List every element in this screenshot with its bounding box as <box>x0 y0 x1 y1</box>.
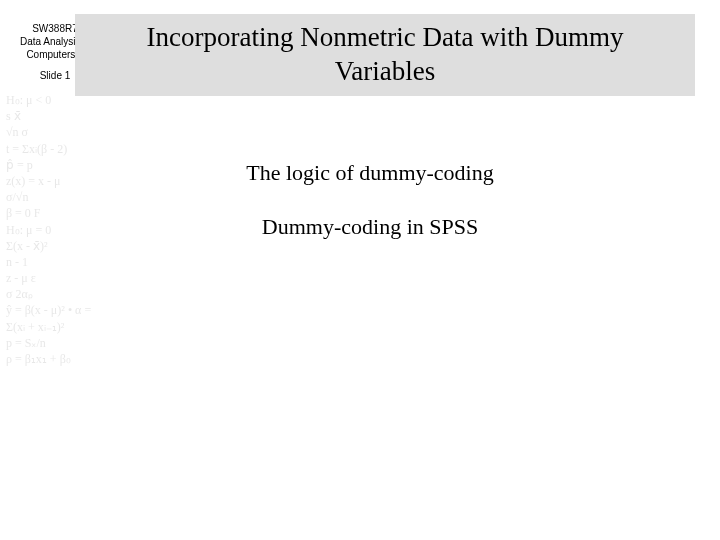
body-line-1: The logic of dummy-coding <box>120 160 620 186</box>
slide-title: Incorporating Nonmetric Data with Dummy … <box>105 21 665 89</box>
body-line-2: Dummy-coding in SPSS <box>120 214 620 240</box>
title-bar: Incorporating Nonmetric Data with Dummy … <box>75 14 695 96</box>
body-content: The logic of dummy-coding Dummy-coding i… <box>120 160 620 268</box>
decorative-formula-background: H₀: μ < 0 s x̄ √n σt = Σxᵢ(β - 2)p̂ = pz… <box>6 92 91 512</box>
